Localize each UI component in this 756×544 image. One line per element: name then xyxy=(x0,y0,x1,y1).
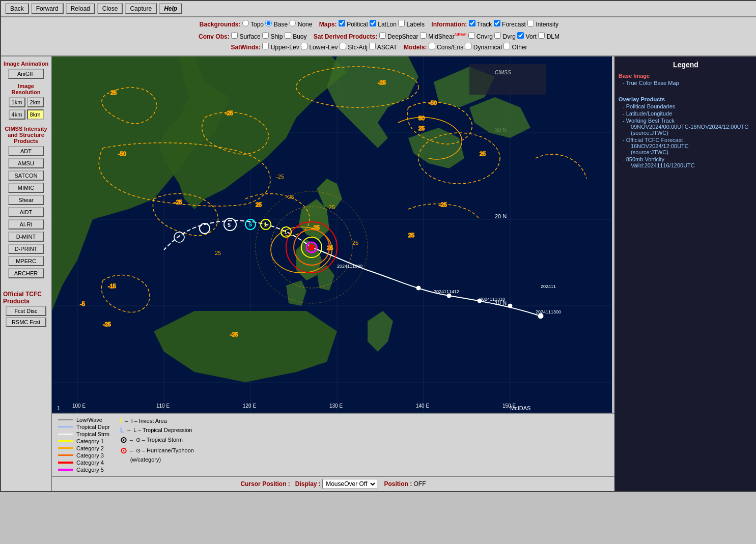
image-animation-title: Image Animation xyxy=(4,61,48,67)
cnvrg-check[interactable]: Cnvrg xyxy=(468,33,493,40)
political-check[interactable]: Political xyxy=(339,21,368,28)
sfcadj-check[interactable]: Sfc-Adj xyxy=(340,44,368,51)
rsmc-fcst-button[interactable]: RSMC Fcst xyxy=(6,317,46,327)
back-button[interactable]: Back xyxy=(5,3,29,14)
working-best-track-source: (source:JTWC) xyxy=(631,130,753,136)
tropical-strm-sym-text: ⊙ – Tropical Storm xyxy=(136,437,183,443)
res-1km-button[interactable]: 1km xyxy=(9,97,25,107)
svg-text:25: 25 xyxy=(110,90,117,96)
dlm-check[interactable]: DLM xyxy=(538,33,559,40)
tropical-dep-sym-label: – xyxy=(127,427,130,433)
svg-point-61 xyxy=(478,299,482,303)
aidt-button[interactable]: AiDT xyxy=(8,207,44,217)
svg-text:-25: -25 xyxy=(276,174,284,180)
surface-check[interactable]: Surface xyxy=(231,33,261,40)
svg-text:5: 5 xyxy=(228,222,231,228)
svg-point-60 xyxy=(508,304,512,308)
controls-bar: Backgrounds: Topo Base None Maps: Politi… xyxy=(1,17,756,56)
symbols-col: I – I – Invest Area L – L – Tropical Dep… xyxy=(120,417,194,473)
deepshear-check[interactable]: DeepShear xyxy=(379,33,418,40)
cat1-row: Category 1 xyxy=(58,438,110,444)
cat2-row: Category 2 xyxy=(58,445,110,451)
cat2-label: Category 2 xyxy=(76,445,104,451)
bottom-legend: Low/Wave Tropical Depr Tropical Strm xyxy=(52,413,614,476)
res-8km-button[interactable]: 8km xyxy=(27,109,44,120)
upperlev-check[interactable]: Upper-Lev xyxy=(262,44,299,51)
ascat-check[interactable]: ASCAT xyxy=(369,44,397,51)
track-colors-col: Low/Wave Tropical Depr Tropical Strm xyxy=(58,417,110,473)
mperc-button[interactable]: MPERC xyxy=(8,256,44,266)
map-canvas[interactable]: 30 N 20 N 10 N 100 E 110 E 120 E 130 E 1… xyxy=(52,56,612,413)
backgrounds-label: Backgrounds: xyxy=(200,21,241,28)
svg-text:-25: -25 xyxy=(439,202,447,208)
svg-text:2024111600: 2024111600 xyxy=(337,264,362,269)
svg-text:1: 1 xyxy=(284,229,287,235)
svg-text:2024111412: 2024111412 xyxy=(434,289,459,294)
svg-text:-25: -25 xyxy=(174,199,182,205)
fcst-disc-button[interactable]: Fcst Disc xyxy=(6,306,46,316)
none-radio[interactable]: None xyxy=(289,21,312,28)
svg-point-63 xyxy=(416,286,421,290)
forward-button[interactable]: Forward xyxy=(31,3,64,14)
svg-point-59 xyxy=(538,313,543,319)
svg-text:110 E: 110 E xyxy=(156,403,170,409)
left-sidebar: Image Animation AniGIF Image Resolution … xyxy=(1,56,52,491)
anigif-button[interactable]: AniGIF xyxy=(8,69,44,79)
working-best-track-item: - Working Best Track 09NOV2024/00:00UTC-… xyxy=(623,118,753,136)
svg-text:McIDAS: McIDAS xyxy=(510,405,530,411)
hurricane-sym-label: – xyxy=(130,447,133,453)
dvrg-check[interactable]: Dvrg xyxy=(494,33,516,40)
tropical-strm-row: Tropical Strm xyxy=(58,431,110,437)
ship-check[interactable]: Ship xyxy=(262,33,283,40)
track-check[interactable]: Track xyxy=(469,21,492,28)
invest-text: I – Invest Area xyxy=(131,418,167,424)
res-4km-button[interactable]: 4km xyxy=(9,109,25,120)
vort-check[interactable]: Vort xyxy=(517,33,537,40)
shear-button[interactable]: Shear xyxy=(8,195,44,205)
dmint-button[interactable]: D-MINT xyxy=(8,232,44,242)
map-area[interactable]: 30 N 20 N 10 N 100 E 110 E 120 E 130 E 1… xyxy=(52,56,614,491)
adt-button[interactable]: ADT xyxy=(8,146,44,156)
svg-text:-50: -50 xyxy=(118,151,126,157)
dprint-button[interactable]: D-PRINT xyxy=(8,244,44,254)
base-radio[interactable]: Base xyxy=(265,21,288,28)
political-boundaries-item: - Political Boundaries xyxy=(623,103,753,109)
hurricane-sub-row: (w/category) xyxy=(120,456,194,463)
archer-button[interactable]: ARCHER xyxy=(8,268,44,278)
buoy-check[interactable]: Buoy xyxy=(285,33,307,40)
svg-text:25: 25 xyxy=(327,245,333,251)
svg-text:25: 25 xyxy=(418,125,425,131)
res-2km-button[interactable]: 2km xyxy=(27,97,44,107)
working-best-track-text: Working Best Track xyxy=(626,118,675,124)
mouseover-select[interactable]: MouseOver Off xyxy=(322,479,377,489)
invest-row: I – I – Invest Area xyxy=(120,417,194,425)
svg-text:130 E: 130 E xyxy=(329,403,343,409)
other-check[interactable]: Other xyxy=(503,44,527,51)
information-label: Information: xyxy=(431,21,467,28)
topo-radio[interactable]: Topo xyxy=(242,21,264,28)
hurricane-sym-text: ⊙ – Hurricane/Typhoon xyxy=(136,447,194,454)
forecast-check[interactable]: Forecast xyxy=(494,21,526,28)
vorticity-item: - 850mb Vorticity Valid:20241116/1200UTC xyxy=(623,156,753,168)
svg-text:-15: -15 xyxy=(108,283,116,289)
capture-button[interactable]: Capture xyxy=(125,3,157,14)
labels-check[interactable]: Labels xyxy=(398,21,425,28)
latlon-check[interactable]: LatLon xyxy=(370,21,397,28)
dynamical-check[interactable]: Dynamical xyxy=(465,44,501,51)
airi-button[interactable]: AI-RI xyxy=(8,219,44,230)
reload-button[interactable]: Reload xyxy=(66,3,95,14)
consens-check[interactable]: Cons/Ens xyxy=(429,44,463,51)
satcon-button[interactable]: SATCON xyxy=(8,170,44,181)
midshear-check[interactable]: MidShear xyxy=(420,33,455,40)
intensity-check[interactable]: Intensity xyxy=(527,21,558,28)
cat5-row: Category 5 xyxy=(58,467,110,473)
working-best-track-detail: 09NOV2024/00:00UTC-16NOV2024/12:00UTC xyxy=(631,124,753,130)
hurricane-sub-text: (w/category) xyxy=(130,456,161,463)
svg-text:140 E: 140 E xyxy=(416,403,429,409)
lowerlev-check[interactable]: Lower-Lev xyxy=(301,44,338,51)
help-button[interactable]: Help xyxy=(159,3,182,14)
cat4-label: Category 4 xyxy=(76,460,104,466)
amsu-button[interactable]: AMSU xyxy=(8,158,44,168)
close-button[interactable]: Close xyxy=(97,3,123,14)
mimic-button[interactable]: MIMIC xyxy=(8,183,44,193)
